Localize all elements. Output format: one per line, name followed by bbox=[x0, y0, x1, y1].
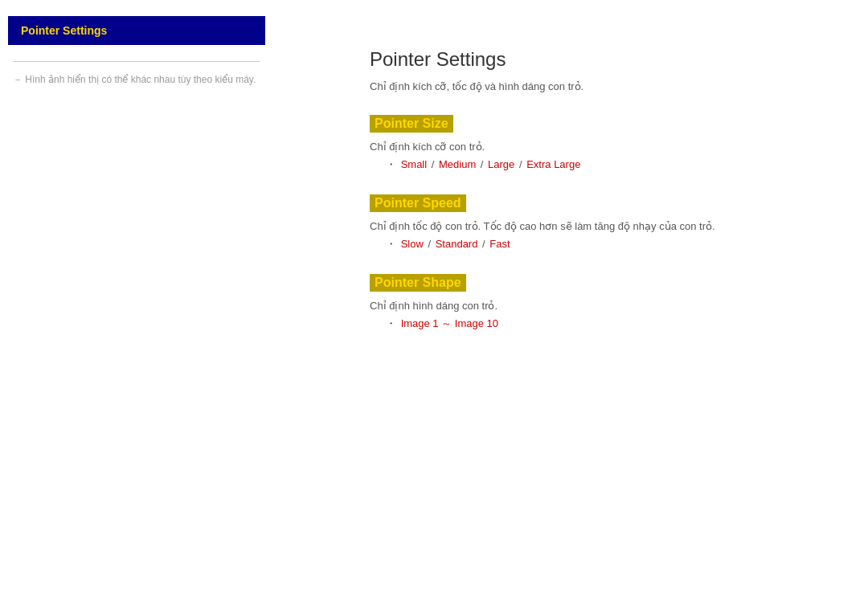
sep4: / bbox=[425, 238, 434, 250]
main-content: Pointer Settings Chỉ định kích cỡ, tốc đ… bbox=[273, 0, 868, 613]
section-pointer-speed: Pointer Speed Chỉ định tốc độ con trỏ. T… bbox=[370, 194, 836, 251]
list-item-pointer-shape: Image 1 ～ Image 10 bbox=[386, 317, 836, 331]
page-title: Pointer Settings bbox=[370, 48, 836, 71]
section-heading-pointer-size: Pointer Size bbox=[370, 115, 453, 133]
option-large[interactable]: Large bbox=[488, 158, 514, 170]
list-item-pointer-size: Small / Medium / Large / Extra Large bbox=[386, 157, 836, 172]
option-fast[interactable]: Fast bbox=[489, 238, 510, 250]
section-pointer-size: Pointer Size Chỉ định kích cỡ con trỏ. S… bbox=[370, 115, 836, 172]
section-desc-pointer-size: Chỉ định kích cỡ con trỏ. bbox=[370, 141, 836, 153]
section-options-pointer-size: Small / Medium / Large / Extra Large bbox=[370, 157, 836, 172]
section-options-pointer-speed: Slow / Standard / Fast bbox=[370, 237, 836, 251]
option-image-range[interactable]: Image 1 ～ Image 10 bbox=[401, 317, 498, 329]
sidebar-item-pointer-settings[interactable]: Pointer Settings bbox=[8, 16, 265, 45]
page-description: Chỉ định kích cỡ, tốc độ và hình dáng co… bbox=[370, 80, 836, 92]
sidebar: Pointer Settings － Hình ảnh hiển thị có … bbox=[0, 0, 273, 613]
option-slow[interactable]: Slow bbox=[401, 238, 424, 250]
section-desc-pointer-speed: Chỉ định tốc độ con trỏ. Tốc độ cao hơn … bbox=[370, 220, 836, 232]
layout: Pointer Settings － Hình ảnh hiển thị có … bbox=[0, 0, 868, 613]
sidebar-note: － Hình ảnh hiển thị có thể khác nhau tùy… bbox=[0, 70, 273, 90]
option-medium[interactable]: Medium bbox=[439, 158, 476, 170]
option-extra-large[interactable]: Extra Large bbox=[526, 158, 580, 170]
sep3: / bbox=[516, 158, 525, 170]
sep2: / bbox=[477, 158, 486, 170]
section-desc-pointer-shape: Chỉ định hình dáng con trỏ. bbox=[370, 300, 836, 312]
section-options-pointer-shape: Image 1 ～ Image 10 bbox=[370, 317, 836, 331]
sep5: / bbox=[479, 238, 488, 250]
section-pointer-shape: Pointer Shape Chỉ định hình dáng con trỏ… bbox=[370, 274, 836, 331]
sidebar-divider bbox=[13, 61, 260, 62]
section-heading-pointer-speed: Pointer Speed bbox=[370, 194, 466, 212]
list-item-pointer-speed: Slow / Standard / Fast bbox=[386, 237, 836, 251]
option-standard[interactable]: Standard bbox=[436, 238, 478, 250]
section-heading-pointer-shape: Pointer Shape bbox=[370, 274, 466, 292]
sep1: / bbox=[428, 158, 437, 170]
option-small[interactable]: Small bbox=[401, 158, 428, 170]
